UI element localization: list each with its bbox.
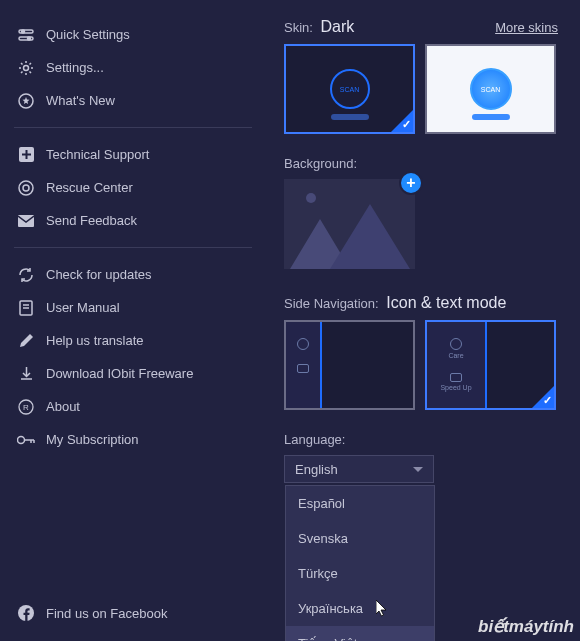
menu-label: Technical Support	[46, 147, 149, 162]
sidenav-icon-text-thumb[interactable]: Care Speed Up	[425, 320, 556, 410]
skin-label: Skin:	[284, 20, 313, 35]
svg-point-3	[28, 37, 31, 40]
nav-speedup-label: Speed Up	[440, 384, 471, 391]
sidebar-check-updates[interactable]: Check for updates	[0, 258, 266, 291]
sidebar-quick-settings[interactable]: Quick Settings	[0, 18, 266, 51]
svg-point-13	[18, 436, 25, 443]
sidebar-settings[interactable]: Settings...	[0, 51, 266, 84]
menu-label: Rescue Center	[46, 180, 133, 195]
sidebar-whats-new[interactable]: What's New	[0, 84, 266, 117]
add-background-button[interactable]: +	[399, 171, 423, 195]
sidenav-value: Icon & text mode	[386, 294, 506, 311]
mail-icon	[16, 211, 36, 231]
menu-label: User Manual	[46, 300, 120, 315]
language-dropdown: Español Svenska Türkçe Українська Tiếng …	[285, 485, 435, 641]
sidenav-label: Side Navigation:	[284, 296, 379, 311]
nav-care-label: Care	[448, 352, 463, 359]
menu-group-1: Quick Settings Settings... What's New	[0, 18, 266, 117]
chevron-down-icon	[413, 467, 423, 472]
svg-point-4	[24, 65, 29, 70]
sliders-icon	[16, 25, 36, 45]
sidenav-label-row: Side Navigation: Icon & text mode	[284, 294, 560, 312]
sun-icon	[306, 193, 316, 203]
sidebar-facebook[interactable]: Find us on Facebook	[16, 603, 167, 623]
scan-circle-icon: SCAN	[330, 69, 370, 109]
circle-icon	[450, 338, 462, 350]
check-icon	[532, 386, 554, 408]
menu-label: Check for updates	[46, 267, 152, 282]
sidebar-user-manual[interactable]: User Manual	[0, 291, 266, 324]
language-option[interactable]: Tiếng Việt	[286, 626, 434, 641]
refresh-icon	[16, 265, 36, 285]
svg-point-7	[19, 181, 33, 195]
menu-label: What's New	[46, 93, 115, 108]
main-panel: Skin: Dark More skins SCAN SCAN Backgrou…	[266, 0, 580, 641]
svg-text:R: R	[23, 403, 29, 412]
check-icon	[391, 110, 413, 132]
svg-rect-9	[18, 215, 34, 227]
sidebar-send-feedback[interactable]: Send Feedback	[0, 204, 266, 237]
download-icon	[16, 364, 36, 384]
sidebar-technical-support[interactable]: Technical Support	[0, 138, 266, 171]
sidebar-download-freeware[interactable]: Download IObit Freeware	[0, 357, 266, 390]
background-section: +	[284, 179, 415, 291]
language-option[interactable]: Українська	[286, 591, 434, 626]
language-label: Language:	[284, 432, 560, 447]
mail-icon	[450, 373, 462, 382]
circle-icon	[297, 338, 309, 350]
lifebuoy-icon	[16, 178, 36, 198]
language-option[interactable]: Español	[286, 486, 434, 521]
background-label: Background:	[284, 156, 560, 171]
mail-icon	[297, 364, 309, 373]
facebook-icon	[16, 603, 36, 623]
menu-label: Quick Settings	[46, 27, 130, 42]
language-select[interactable]: English Español Svenska Türkçe Українськ…	[284, 455, 434, 483]
key-icon	[16, 430, 36, 450]
sidebar-my-subscription[interactable]: My Subscription	[0, 423, 266, 456]
skin-thumbnails: SCAN SCAN	[284, 44, 560, 134]
gear-icon	[16, 58, 36, 78]
star-circle-icon	[16, 91, 36, 111]
sidenav-icon-only-thumb[interactable]	[284, 320, 415, 410]
sidebar-rescue-center[interactable]: Rescue Center	[0, 171, 266, 204]
skin-light-thumb[interactable]: SCAN	[425, 44, 556, 134]
divider	[14, 127, 252, 128]
facebook-label: Find us on Facebook	[46, 606, 167, 621]
scan-bar-icon	[331, 114, 369, 120]
menu-label: My Subscription	[46, 432, 138, 447]
book-icon	[16, 298, 36, 318]
svg-point-8	[23, 185, 29, 191]
menu-group-2: Technical Support Rescue Center Send Fee…	[0, 138, 266, 237]
svg-point-2	[22, 30, 25, 33]
menu-label: Download IObit Freeware	[46, 366, 193, 381]
divider	[14, 247, 252, 248]
registered-icon: R	[16, 397, 36, 417]
sidebar-about[interactable]: R About	[0, 390, 266, 423]
language-option[interactable]: Türkçe	[286, 556, 434, 591]
background-thumb[interactable]	[284, 179, 415, 269]
sidebar: Quick Settings Settings... What's New Te…	[0, 0, 266, 641]
sidebar-help-translate[interactable]: Help us translate	[0, 324, 266, 357]
menu-label: Send Feedback	[46, 213, 137, 228]
menu-group-3: Check for updates User Manual Help us tr…	[0, 258, 266, 456]
menu-label: Settings...	[46, 60, 104, 75]
menu-label: Help us translate	[46, 333, 144, 348]
language-selected: English	[295, 462, 338, 477]
more-skins-link[interactable]: More skins	[495, 20, 558, 35]
scan-circle-icon: SCAN	[470, 68, 512, 110]
menu-label: About	[46, 399, 80, 414]
sidenav-thumbnails: Care Speed Up	[284, 320, 560, 410]
plus-square-icon	[16, 145, 36, 165]
pencil-icon	[16, 331, 36, 351]
scan-bar-icon	[472, 114, 510, 120]
skin-value: Dark	[321, 18, 355, 35]
language-option[interactable]: Svenska	[286, 521, 434, 556]
mountain-icon	[330, 204, 410, 269]
cursor-icon	[376, 600, 388, 618]
skin-dark-thumb[interactable]: SCAN	[284, 44, 415, 134]
